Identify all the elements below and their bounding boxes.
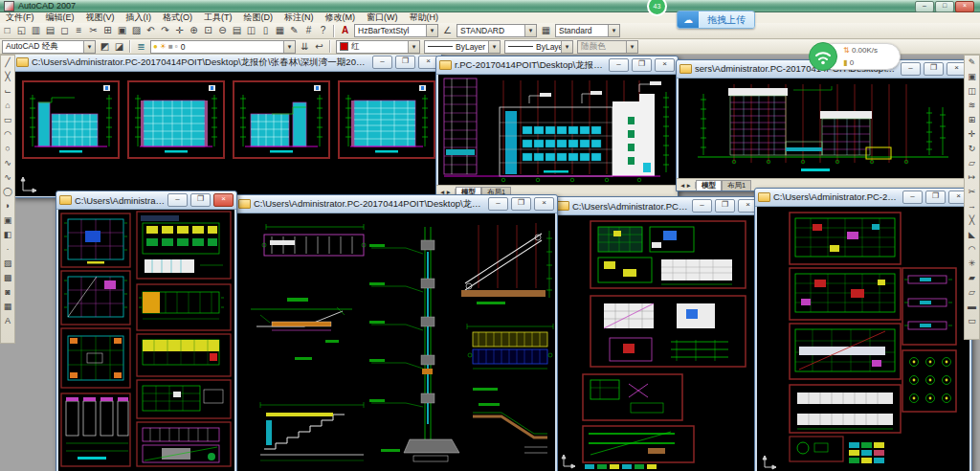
open-icon[interactable]: ◱ — [14, 24, 29, 37]
hatch-icon[interactable]: ▨ — [2, 257, 14, 271]
revcloud-icon[interactable]: ∿ — [2, 156, 14, 170]
copy-clip-icon[interactable]: ⊞ — [100, 24, 115, 37]
stretch-icon[interactable]: ↦ — [966, 170, 978, 185]
layer-on-bulb-icon[interactable]: ● — [153, 42, 158, 51]
chevron-down-icon[interactable]: ▾ — [408, 41, 419, 53]
color-combo[interactable]: 红 ▾ — [336, 40, 420, 54]
properties-icon[interactable]: ▤ — [230, 24, 244, 37]
array-icon[interactable]: ⊞ — [966, 113, 978, 127]
rectangle-icon[interactable]: ▭ — [2, 113, 14, 127]
layer-lock-icon[interactable]: ■ — [168, 42, 173, 51]
window-title-bar[interactable]: r.PC-20170414POIT\Desktop\龙报价\张春林\深圳湾一期2… — [436, 56, 678, 75]
chevron-down-icon[interactable]: ▾ — [561, 41, 572, 53]
window-minimize-button[interactable]: – — [692, 199, 712, 213]
region-icon[interactable]: ◙ — [2, 285, 14, 300]
undo-icon[interactable]: ↶ — [144, 24, 158, 37]
draworder-under-icon[interactable]: ▭ — [966, 314, 978, 328]
sheetset-manager-icon[interactable]: ▦ — [273, 24, 287, 37]
trim-icon[interactable]: ✂ — [966, 185, 978, 199]
table-style-combo[interactable]: Standard ▾ — [555, 24, 620, 37]
window-title-bar[interactable]: C:\Users\Administrator.PC-20170414POIT\D… — [755, 189, 971, 207]
window-minimize-button[interactable]: – — [167, 193, 188, 207]
window-restore-button[interactable]: ❐ — [924, 62, 944, 76]
app-close-button[interactable]: × — [955, 1, 974, 12]
rotate-icon[interactable]: ↻ — [966, 142, 978, 156]
line-icon[interactable]: ╱ — [2, 56, 14, 70]
layer-properties-icon[interactable]: ≣ — [134, 40, 148, 54]
chevron-down-icon[interactable]: ▾ — [608, 25, 619, 36]
drawing-window-6[interactable]: C:\Users\Administrator.PC-20170414POIT..… — [553, 196, 762, 471]
pan-icon[interactable]: ✛ — [172, 24, 187, 37]
tool-palettes-icon[interactable]: ▯ — [258, 24, 273, 37]
extend-icon[interactable]: → — [966, 199, 978, 213]
chevron-down-icon[interactable]: ▾ — [283, 41, 295, 53]
drag-upload-button[interactable]: ☁ 拖拽上传 — [677, 11, 755, 29]
zoom-realtime-icon[interactable]: ⊕ — [187, 24, 201, 37]
window-title-bar[interactable]: C:\Users\Administrator.PC-20170414POIT..… — [554, 197, 761, 215]
window-minimize-button[interactable]: – — [488, 197, 508, 211]
drawing-window-1[interactable]: C:\Users\Administrator.PC-20170414POIT\D… — [12, 53, 442, 198]
window-close-button[interactable]: × — [213, 193, 234, 207]
publish-icon[interactable]: ≡ — [72, 24, 86, 37]
make-block-icon[interactable]: ◧ — [2, 228, 14, 242]
draworder-back-icon[interactable]: ▱ — [966, 285, 978, 300]
linetype-combo[interactable]: ByLayer ▾ — [424, 40, 501, 54]
erase-icon[interactable]: ✎ — [966, 56, 978, 70]
cad-viewport[interactable] — [757, 207, 969, 471]
cad-viewport[interactable] — [15, 72, 439, 196]
match-properties-icon[interactable]: ▨ — [129, 24, 144, 37]
text-style-combo[interactable]: HzBarTextStyl ▾ — [354, 24, 438, 37]
window-minimize-button[interactable]: – — [901, 62, 921, 76]
designcenter-icon[interactable]: ◫ — [244, 24, 258, 37]
tab-model[interactable]: 模型 — [696, 180, 722, 191]
chevron-down-icon[interactable]: ▾ — [426, 25, 437, 36]
copy-icon[interactable]: ▣ — [966, 70, 978, 84]
window-title-bar[interactable]: C:\Users\Administrator.PC-20170414POIT\D… — [235, 195, 557, 213]
drawing-window-5[interactable]: C:\Users\Administrator.PC-20170414POIT\D… — [234, 194, 558, 471]
tab-nav-arrows[interactable]: ◄► — [677, 182, 696, 189]
plot-preview-icon[interactable]: ◻ — [57, 24, 72, 37]
point-icon[interactable]: · — [2, 242, 14, 257]
help-icon[interactable]: ? — [316, 24, 330, 37]
explode-icon[interactable]: ✳ — [966, 257, 978, 271]
workspace-combo[interactable]: AutoCAD 经典 ▾ — [2, 40, 96, 54]
plot-icon[interactable]: ▤ — [43, 24, 57, 37]
wifi-icon[interactable] — [809, 42, 837, 71]
drawing-window-2[interactable]: r.PC-20170414POIT\Desktop\龙报价\张春林\深圳湾一期2… — [435, 56, 679, 198]
drawing-window-3[interactable]: sers\Administrator.PC-20170414POIT\Deskt… — [676, 59, 970, 191]
zoom-window-icon[interactable]: ⊡ — [201, 24, 215, 37]
cad-viewport[interactable] — [679, 78, 968, 190]
cut-icon[interactable]: ✂ — [86, 24, 100, 37]
layer-freeze-sun-icon[interactable]: ☀ — [160, 42, 167, 51]
lineweight-combo[interactable]: ByLayer ▾ — [504, 40, 573, 54]
insert-block-icon[interactable]: ▣ — [2, 213, 14, 228]
polyline-icon[interactable]: ⌙ — [2, 84, 14, 99]
fillet-icon[interactable]: ◠ — [966, 242, 978, 257]
app-maximize-button[interactable]: □ — [935, 1, 954, 12]
drawing-window-4-active[interactable]: C:\Users\Administrator.PC-20170414POIT\D… — [56, 191, 237, 471]
window-title-bar[interactable]: C:\Users\Administrator.PC-20170414POIT\D… — [13, 54, 441, 72]
arc-icon[interactable]: ◠ — [2, 127, 14, 142]
dim-style-combo[interactable]: STANDARD ▾ — [457, 24, 537, 37]
chamfer-icon[interactable]: ◣ — [966, 228, 978, 242]
window-restore-button[interactable]: ❐ — [511, 197, 531, 211]
cad-viewport[interactable] — [237, 213, 555, 471]
window-close-button[interactable]: × — [534, 197, 554, 211]
paste-icon[interactable]: ▣ — [115, 24, 129, 37]
ellipse-arc-icon[interactable]: ◗ — [2, 199, 14, 213]
break-icon[interactable]: ╳ — [966, 213, 978, 228]
window-minimize-button[interactable]: – — [609, 58, 629, 72]
cad-viewport[interactable] — [556, 215, 759, 471]
polygon-icon[interactable]: ⌂ — [2, 99, 14, 113]
mtext-icon[interactable]: A — [2, 314, 14, 328]
workspace-save-icon[interactable]: ◪ — [112, 40, 126, 54]
cad-viewport[interactable] — [58, 210, 234, 471]
draworder-above-icon[interactable]: ▬ — [966, 300, 978, 314]
chevron-down-icon[interactable]: ▾ — [524, 25, 536, 36]
table-icon[interactable]: ▦ — [2, 300, 14, 314]
scale-icon[interactable]: ▱ — [966, 156, 978, 170]
quickcalc-icon[interactable]: # — [301, 24, 316, 37]
spline-icon[interactable]: ∿ — [2, 170, 14, 185]
make-object-layer-current-icon[interactable]: ⇊ — [298, 40, 312, 54]
offset-icon[interactable]: ≋ — [966, 99, 978, 113]
